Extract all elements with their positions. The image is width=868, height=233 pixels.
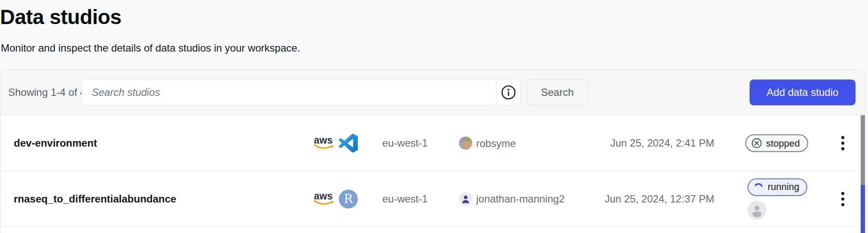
status-badge: stopped xyxy=(745,135,808,152)
region-label: eu-west-1 xyxy=(382,193,428,205)
username: jonathan-manning2 xyxy=(476,193,565,205)
scrollbar-thumb[interactable] xyxy=(861,115,865,185)
username: robsyme xyxy=(476,137,516,149)
studios-card: Showing 1-4 of 4 Search Add data studio … xyxy=(0,70,865,233)
toolbar: Showing 1-4 of 4 Search Add data studio xyxy=(0,70,865,115)
avatar xyxy=(459,137,472,150)
scrollbar[interactable] xyxy=(861,115,865,233)
studio-name[interactable]: dev-environment xyxy=(14,137,97,149)
search-input-group xyxy=(81,79,521,106)
info-circle-icon xyxy=(501,85,516,100)
aws-smile-icon xyxy=(314,144,335,150)
spinner-icon xyxy=(753,182,764,192)
table-row-partial xyxy=(0,227,865,233)
search-button[interactable]: Search xyxy=(527,79,588,106)
vscode-icon xyxy=(339,134,358,153)
row-menu-button[interactable] xyxy=(837,189,849,208)
table-row[interactable]: dev-environment aws xyxy=(0,115,865,172)
circle-x-icon xyxy=(751,138,762,149)
page-subtitle: Monitor and inspect the details of data … xyxy=(1,42,300,54)
aws-icon: aws xyxy=(314,192,335,206)
status-label: running xyxy=(768,181,799,193)
participant-avatar xyxy=(747,201,766,220)
compute-env-icons: aws xyxy=(314,134,358,153)
created-date: Jun 25, 2024, 12:37 PM xyxy=(585,193,714,205)
created-date: Jun 25, 2024, 2:41 PM xyxy=(585,137,714,149)
avatar xyxy=(459,192,472,205)
user-cell: robsyme xyxy=(459,137,516,150)
aws-smile-icon xyxy=(314,200,335,206)
info-icon[interactable] xyxy=(496,80,520,105)
studio-name[interactable]: rnaseq_to_differentialabundance xyxy=(14,193,176,205)
compute-env-icons: aws R xyxy=(314,190,358,208)
results-count: Showing 1-4 of 4 xyxy=(8,79,86,106)
region-label: eu-west-1 xyxy=(382,137,428,149)
status-badge: running xyxy=(747,178,807,196)
status-cell: running xyxy=(747,178,807,220)
user-cell: jonathan-manning2 xyxy=(459,192,565,205)
add-data-studio-button[interactable]: Add data studio xyxy=(750,80,856,105)
scrollbar-segment[interactable] xyxy=(861,185,865,233)
person-icon xyxy=(748,202,766,219)
rstudio-icon: R xyxy=(339,190,358,208)
person-icon xyxy=(460,193,471,205)
page-title: Data studios xyxy=(0,5,121,29)
aws-icon: aws xyxy=(314,136,335,150)
table-row[interactable]: rnaseq_to_differentialabundance aws R eu… xyxy=(0,172,865,227)
status-cell: stopped xyxy=(744,135,809,152)
search-input[interactable] xyxy=(82,80,496,105)
row-menu-button[interactable] xyxy=(837,134,849,153)
status-label: stopped xyxy=(766,138,800,149)
